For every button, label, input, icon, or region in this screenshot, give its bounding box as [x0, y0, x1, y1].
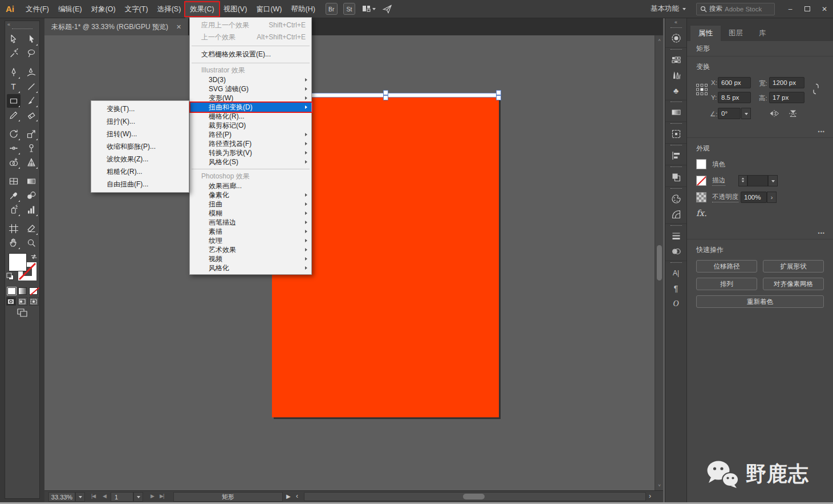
next-artboard-button[interactable]: ▶	[151, 493, 154, 499]
screen-mode-button[interactable]	[17, 308, 27, 317]
tab-libraries[interactable]: 库	[751, 26, 774, 41]
scroll-down-icon[interactable]: ˅	[655, 483, 664, 488]
stock-button[interactable]: St	[343, 3, 355, 15]
submenu-item-twist[interactable]: 扭转(W)...	[91, 128, 189, 140]
submenu-item-free-distort[interactable]: 自由扭曲(F)...	[91, 178, 189, 190]
close-button[interactable]: ✕	[816, 0, 833, 18]
x-input[interactable]	[718, 77, 751, 88]
menu-item-stylize-ps[interactable]: 风格化	[190, 263, 311, 273]
menu-item-pathfinder[interactable]: 路径查找器(F)	[190, 139, 311, 148]
minimize-button[interactable]: –	[782, 0, 799, 18]
color-panel-icon[interactable]	[665, 30, 686, 46]
brushes-panel-icon[interactable]	[665, 67, 686, 83]
menu-effect[interactable]: 效果(C)	[185, 0, 218, 18]
menu-item-rasterize[interactable]: 栅格化(R)...	[190, 112, 311, 121]
menu-window[interactable]: 窗口(W)	[251, 0, 286, 18]
hscroll-right-icon[interactable]: ›	[649, 492, 651, 500]
none-fill-button[interactable]	[29, 287, 38, 295]
tab-close-icon[interactable]: ✕	[176, 23, 181, 31]
menu-item-svg-filters[interactable]: SVG 滤镜(G)	[190, 84, 311, 94]
recolor-button[interactable]: 重新着色	[696, 295, 824, 308]
document-tab[interactable]: 未标题-1* @ 33.33% (RGB/GPU 预览) ✕	[44, 18, 189, 35]
tool-scale[interactable]	[25, 127, 38, 141]
opacity-swatch[interactable]	[696, 192, 706, 202]
menu-item-video[interactable]: 视频	[190, 254, 311, 263]
transform-panel-icon[interactable]	[665, 126, 686, 141]
menu-item-brush-strokes[interactable]: 画笔描边	[190, 218, 311, 227]
link-dimensions-icon[interactable]	[811, 83, 820, 95]
tool-slice[interactable]	[25, 222, 38, 235]
menu-item-crop-marks[interactable]: 裁剪标记(O)	[190, 121, 311, 130]
appearance-more-options[interactable]: •••	[818, 230, 825, 236]
tool-curvature[interactable]	[25, 66, 38, 79]
tool-column-graph[interactable]	[25, 203, 38, 217]
menu-file[interactable]: 文件(F)	[21, 0, 54, 18]
draw-behind-mode-button[interactable]	[18, 297, 27, 306]
horizontal-scrollbar[interactable]	[304, 492, 646, 501]
color-guide-panel-icon[interactable]	[665, 191, 686, 206]
reference-point-icon[interactable]	[696, 84, 708, 95]
tool-pen[interactable]	[7, 66, 21, 79]
tool-paintbrush[interactable]	[25, 94, 38, 108]
draw-inside-mode-button[interactable]	[29, 297, 39, 306]
swatches-panel-icon[interactable]	[665, 52, 686, 67]
transparency-panel-icon[interactable]	[665, 243, 686, 259]
menu-item-artistic[interactable]: 艺术效果	[190, 245, 311, 254]
flip-vertical-icon[interactable]	[789, 109, 798, 118]
stroke-label[interactable]: 描边	[712, 176, 725, 186]
hscroll-left-icon[interactable]: ‹	[296, 492, 298, 500]
selection-handle-center[interactable]	[383, 90, 388, 100]
tool-blend[interactable]	[25, 189, 38, 202]
tool-eraser[interactable]	[25, 108, 38, 122]
artboard-dropdown[interactable]	[133, 492, 143, 502]
toolbar-collapse[interactable]: «	[5, 21, 39, 28]
gradient-fill-button[interactable]	[18, 287, 27, 295]
submenu-item-pucker-and-bloat[interactable]: 收缩和膨胀(P)...	[91, 140, 189, 153]
menu-item-convert-to-shape[interactable]: 转换为形状(V)	[190, 148, 311, 157]
color-fill-button[interactable]	[7, 287, 16, 295]
submenu-item-zig-zag[interactable]: 波纹效果(Z)...	[91, 153, 189, 165]
prev-artboard-button[interactable]: ◀	[103, 493, 106, 499]
submenu-item-roughen[interactable]: 粗糙化(R)...	[91, 165, 189, 178]
y-input[interactable]	[718, 92, 751, 103]
submenu-item-tweak[interactable]: 扭拧(K)...	[91, 115, 189, 128]
tool-magic-wand[interactable]	[7, 47, 21, 60]
stroke-weight-stepper[interactable]	[738, 175, 747, 186]
menu-help[interactable]: 帮助(H)	[287, 0, 320, 18]
tool-zoom[interactable]	[25, 236, 38, 250]
menu-item-document-raster-settings[interactable]: 文档栅格效果设置(E)...	[190, 48, 311, 60]
opacity-label[interactable]: 不透明度	[712, 193, 738, 202]
menu-item-warp[interactable]: 变形(W)	[190, 94, 311, 103]
draw-normal-mode-button[interactable]	[6, 297, 16, 306]
align-panel-icon[interactable]	[665, 148, 686, 163]
menu-view[interactable]: 视图(V)	[219, 0, 252, 18]
tool-mesh[interactable]	[7, 174, 21, 188]
menu-item-stylize[interactable]: 风格化(S)	[190, 157, 311, 166]
workspace-switcher[interactable]: 基本功能	[651, 4, 686, 14]
tab-layers[interactable]: 图层	[721, 26, 751, 41]
menu-item-apply-last-effect[interactable]: 应用上一个效果 Shift+Ctrl+E	[190, 19, 311, 31]
horizontal-scroll-thumb[interactable]	[463, 494, 485, 499]
tool-width[interactable]	[7, 141, 21, 155]
menu-type[interactable]: 文字(T)	[120, 0, 153, 18]
fill-swatch[interactable]	[9, 253, 27, 271]
toolbar-drag-handle[interactable]	[12, 29, 32, 30]
stroke-panel-icon[interactable]	[665, 228, 686, 243]
tool-symbol-sprayer[interactable]	[7, 203, 21, 217]
share-button[interactable]	[383, 5, 392, 14]
angle-input[interactable]	[718, 108, 741, 119]
stroke-weight-dropdown[interactable]	[768, 175, 778, 186]
expand-shape-button[interactable]: 扩展形状	[763, 260, 824, 273]
opacity-expand-button[interactable]: ›	[767, 192, 777, 203]
menu-item-blur[interactable]: 模糊	[190, 209, 311, 218]
menu-item-last-effect[interactable]: 上一个效果 Alt+Shift+Ctrl+E	[190, 31, 311, 43]
menu-item-distort-ps[interactable]: 扭曲	[190, 200, 311, 209]
bridge-button[interactable]: Br	[326, 3, 338, 15]
menu-object[interactable]: 对象(O)	[87, 0, 120, 18]
selection-handle-right[interactable]	[496, 90, 501, 100]
gradient-panel-icon[interactable]	[665, 104, 686, 120]
pathfinder-panel-icon[interactable]	[665, 169, 686, 185]
tool-artboard[interactable]	[7, 222, 21, 235]
stroke-weight-field[interactable]	[747, 175, 768, 186]
tool-direct-selection[interactable]	[25, 32, 38, 46]
